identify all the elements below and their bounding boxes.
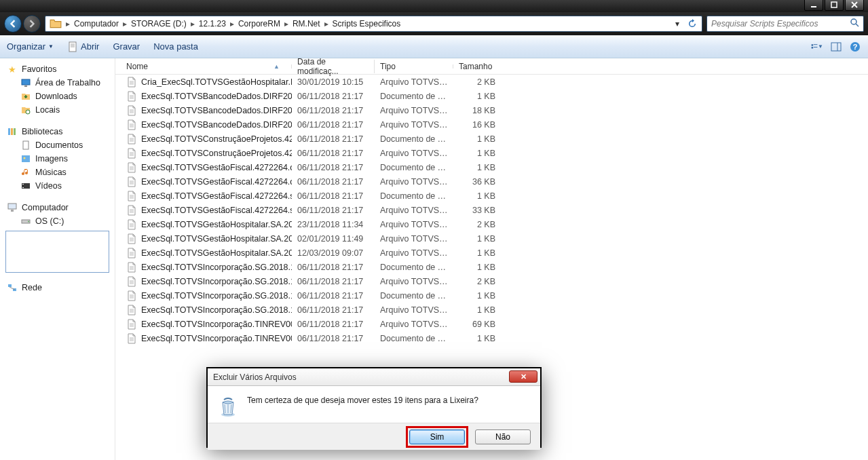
recent-icon	[20, 104, 31, 115]
file-row[interactable]: ExecSql.TOTVSIncorporação.SG.2018.10_...…	[115, 288, 868, 303]
new-folder-button[interactable]: Nova pasta	[153, 41, 198, 52]
burn-button[interactable]: Gravar	[113, 41, 140, 52]
nav-forward-button[interactable]	[23, 15, 41, 33]
breadcrumb[interactable]: Scripts Especificos	[330, 19, 404, 28]
help-button[interactable]: ?	[849, 41, 861, 53]
sidebar-item-osdrive[interactable]: OS (C:)	[0, 214, 115, 228]
view-options-button[interactable]: ▼	[811, 41, 823, 53]
file-icon	[126, 290, 137, 301]
file-row[interactable]: ExecSql.TOTVSIncorporação.TINREV001-...0…	[115, 331, 868, 345]
nav-back-button[interactable]	[4, 15, 22, 33]
breadcrumb[interactable]: RM.Net	[290, 19, 323, 28]
col-date[interactable]: Data de modificaç...	[292, 57, 375, 76]
file-row[interactable]: ExecSql.TOTVSConstruçãoeProjetos.4278...…	[115, 132, 868, 146]
highlight-annotation: Sim	[406, 426, 468, 448]
recycle-bin-icon	[217, 396, 239, 417]
file-row[interactable]: ExecSql.TOTVSIncorporação.SG.2018.10_...…	[115, 274, 868, 288]
file-row[interactable]: ExecSql.TOTVSGestãoHospitalar.SA.2019...…	[115, 246, 868, 260]
maximize-button[interactable]	[825, 0, 844, 11]
dialog-close-button[interactable]: ✕	[509, 370, 537, 383]
breadcrumb[interactable]: CorporeRM	[235, 19, 283, 28]
file-row[interactable]: ExecSql.TOTVSGestãoHospitalar.SA.2018...…	[115, 231, 868, 246]
search-icon	[850, 18, 859, 30]
sidebar-item-music[interactable]: Músicas	[0, 166, 115, 179]
svg-rect-1	[831, 2, 837, 7]
file-row[interactable]: Cria_ExecSql.TOTVSGestãoHospitalar.DS...…	[115, 75, 868, 89]
sidebar-computer[interactable]: Computador	[0, 201, 115, 214]
star-icon: ★	[7, 64, 18, 75]
file-row[interactable]: ExecSql.TOTVSGestãoFiscal.4272264.sql.T.…	[115, 203, 868, 217]
file-icon	[126, 276, 137, 287]
svg-point-26	[24, 157, 26, 159]
breadcrumb[interactable]: 12.1.23	[196, 19, 229, 28]
file-row[interactable]: ExecSql.TOTVSGestãoHospitalar.SA.2018...…	[115, 217, 868, 231]
minimize-button[interactable]	[804, 0, 823, 11]
search-input[interactable]	[711, 19, 850, 28]
file-icon	[126, 119, 137, 130]
folder-icon	[50, 18, 62, 30]
file-row[interactable]: ExecSql.TOTVSConstruçãoeProjetos.4278...…	[115, 146, 868, 160]
sidebar: ★Favoritos Área de Trabalho Downloads Lo…	[0, 58, 115, 460]
file-row[interactable]: ExecSql.TOTVSIncorporação.SG.2018.10_...…	[115, 303, 868, 317]
sidebar-network[interactable]: Rede	[0, 281, 115, 294]
preview-pane-button[interactable]	[830, 41, 842, 53]
sidebar-item-recent[interactable]: Locais	[0, 103, 115, 117]
svg-rect-31	[11, 210, 14, 212]
dialog-title: Excluir Vários Arquivos	[213, 372, 297, 382]
documents-icon	[20, 140, 31, 151]
address-bar[interactable]: ▸ Computador▸ STORAGE (D:)▸ 12.1.23▸ Cor…	[45, 16, 702, 32]
svg-rect-18	[22, 79, 30, 85]
file-icon	[126, 305, 137, 315]
svg-rect-19	[24, 85, 27, 87]
svg-point-4	[851, 19, 856, 24]
no-button[interactable]: Não	[475, 429, 531, 444]
column-headers[interactable]: Nome▲ Data de modificaç... Tipo Tamanho	[115, 58, 868, 75]
titlebar[interactable]	[0, 0, 868, 12]
col-size[interactable]: Tamanho	[453, 62, 501, 71]
file-row[interactable]: ExecSql.TOTVSBancodeDados.DIRF2017_...06…	[115, 103, 868, 117]
svg-rect-28	[22, 184, 24, 185]
file-row[interactable]: ExecSql.TOTVSBancodeDados.DIRF2017.L...0…	[115, 89, 868, 103]
sidebar-selected-drive[interactable]	[5, 231, 109, 273]
refresh-button[interactable]	[685, 17, 699, 31]
file-row[interactable]: ExecSql.TOTVSGestãoFiscal.4272264.ora...…	[115, 160, 868, 174]
col-name[interactable]: Nome▲	[121, 62, 292, 71]
sidebar-item-desktop[interactable]: Área de Trabalho	[0, 76, 115, 90]
breadcrumb[interactable]: Computador	[71, 19, 121, 28]
sidebar-libraries[interactable]: Bibliotecas	[0, 125, 115, 138]
file-row[interactable]: ExecSql.TOTVSGestãoFiscal.4272264.ora.s.…	[115, 174, 868, 189]
svg-point-33	[28, 221, 29, 223]
file-icon	[126, 148, 137, 159]
sort-asc-icon: ▲	[273, 63, 280, 70]
close-button[interactable]	[845, 0, 864, 11]
sidebar-item-pictures[interactable]: Imagens	[0, 152, 115, 166]
sidebar-favorites[interactable]: ★Favoritos	[0, 62, 115, 76]
yes-button[interactable]: Sim	[409, 429, 465, 444]
downloads-icon	[20, 91, 31, 102]
address-dropdown-button[interactable]: ▾	[671, 17, 684, 31]
document-icon	[67, 41, 78, 52]
file-row[interactable]: ExecSql.TOTVSGestãoFiscal.4272264.sql.L.…	[115, 189, 868, 203]
sidebar-item-videos[interactable]: Vídeos	[0, 179, 115, 193]
svg-rect-11	[814, 44, 818, 45]
svg-rect-14	[831, 43, 841, 51]
svg-rect-13	[814, 47, 818, 47]
sidebar-item-documents[interactable]: Documentos	[0, 138, 115, 152]
dialog-titlebar[interactable]: Excluir Vários Arquivos ✕	[208, 368, 540, 386]
open-button[interactable]: Abrir	[67, 41, 99, 52]
file-row[interactable]: ExecSql.TOTVSIncorporação.SG.2018.10_...…	[115, 260, 868, 274]
col-type[interactable]: Tipo	[375, 62, 453, 71]
sidebar-item-downloads[interactable]: Downloads	[0, 90, 115, 103]
svg-rect-30	[8, 204, 16, 209]
svg-rect-22	[11, 128, 13, 135]
svg-rect-29	[22, 187, 24, 188]
organize-button[interactable]: Organizar▼	[7, 41, 54, 52]
svg-rect-21	[8, 128, 10, 135]
music-icon	[20, 167, 31, 178]
search-box[interactable]	[706, 16, 864, 32]
file-icon	[126, 233, 137, 244]
breadcrumb[interactable]: STORAGE (D:)	[128, 19, 189, 28]
file-row[interactable]: ExecSql.TOTVSIncorporação.TINREV001-...0…	[115, 317, 868, 331]
file-row[interactable]: ExecSql.TOTVSBancodeDados.DIRF2017_...06…	[115, 117, 868, 132]
drive-icon	[20, 216, 31, 227]
